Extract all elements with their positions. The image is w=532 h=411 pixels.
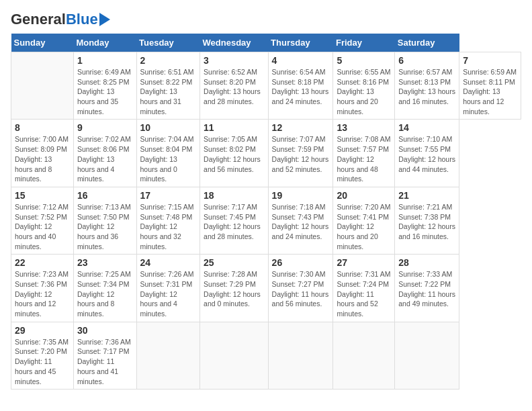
day-cell: 5 Sunrise: 6:55 AM Sunset: 8:16 PM Dayli… [333,52,395,120]
calendar-table: SundayMondayTuesdayWednesdayThursdayFrid… [11,34,521,390]
day-cell: 27 Sunrise: 7:31 AM Sunset: 7:24 PM Dayl… [333,255,395,322]
day-number: 20 [337,190,391,201]
day-info: Sunrise: 7:35 AM Sunset: 7:20 PM Dayligh… [15,337,70,386]
day-cell: 14 Sunrise: 7:10 AM Sunset: 7:55 PM Dayl… [395,120,459,187]
logo-arrow [99,13,110,26]
day-cell: 9 Sunrise: 7:02 AM Sunset: 8:06 PM Dayli… [73,120,136,187]
day-cell: 17 Sunrise: 7:15 AM Sunset: 7:48 PM Dayl… [136,187,200,254]
day-number: 13 [337,122,391,133]
day-info: Sunrise: 7:02 AM Sunset: 8:06 PM Dayligh… [77,134,133,183]
day-number: 24 [140,257,197,268]
day-info: Sunrise: 7:33 AM Sunset: 7:22 PM Dayligh… [398,269,455,309]
day-info: Sunrise: 7:25 AM Sunset: 7:34 PM Dayligh… [77,269,133,318]
day-number: 17 [140,190,197,201]
day-cell: 26 Sunrise: 7:30 AM Sunset: 7:27 PM Dayl… [268,255,333,322]
day-info: Sunrise: 6:51 AM Sunset: 8:22 PM Dayligh… [140,67,197,116]
day-number: 15 [15,190,70,201]
empty-day-cell [333,322,395,389]
day-number: 16 [77,190,133,201]
day-number: 6 [398,55,455,66]
day-info: Sunrise: 7:07 AM Sunset: 7:59 PM Dayligh… [272,134,330,174]
logo-blue: Blue [66,11,98,28]
day-info: Sunrise: 7:17 AM Sunset: 7:45 PM Dayligh… [204,202,265,242]
day-cell: 7 Sunrise: 6:59 AM Sunset: 8:11 PM Dayli… [459,52,521,120]
day-cell: 15 Sunrise: 7:12 AM Sunset: 7:52 PM Dayl… [11,187,74,254]
day-info: Sunrise: 7:21 AM Sunset: 7:38 PM Dayligh… [398,202,455,242]
day-header: Tuesday [136,34,200,52]
day-info: Sunrise: 6:49 AM Sunset: 8:25 PM Dayligh… [77,67,133,116]
day-number: 4 [272,55,330,66]
day-cell: 1 Sunrise: 6:49 AM Sunset: 8:25 PM Dayli… [73,52,136,120]
day-info: Sunrise: 6:52 AM Sunset: 8:20 PM Dayligh… [204,67,265,107]
day-number: 1 [77,55,133,66]
day-info: Sunrise: 7:26 AM Sunset: 7:31 PM Dayligh… [140,269,197,318]
day-cell: 13 Sunrise: 7:08 AM Sunset: 7:57 PM Dayl… [333,120,395,187]
day-number: 26 [272,257,330,268]
empty-day-cell [11,52,74,120]
empty-day-cell [136,322,200,389]
day-number: 11 [204,122,265,133]
day-info: Sunrise: 7:18 AM Sunset: 7:43 PM Dayligh… [272,202,330,242]
day-number: 27 [337,257,391,268]
day-cell: 29 Sunrise: 7:35 AM Sunset: 7:20 PM Dayl… [11,322,74,389]
day-cell: 23 Sunrise: 7:25 AM Sunset: 7:34 PM Dayl… [73,255,136,322]
day-cell: 12 Sunrise: 7:07 AM Sunset: 7:59 PM Dayl… [268,120,333,187]
day-cell: 3 Sunrise: 6:52 AM Sunset: 8:20 PM Dayli… [200,52,269,120]
day-number: 23 [77,257,133,268]
day-header: Saturday [395,34,459,52]
day-cell: 19 Sunrise: 7:18 AM Sunset: 7:43 PM Dayl… [268,187,333,254]
day-cell: 8 Sunrise: 7:00 AM Sunset: 8:09 PM Dayli… [11,120,74,187]
day-info: Sunrise: 7:23 AM Sunset: 7:36 PM Dayligh… [15,269,70,318]
day-number: 19 [272,190,330,201]
day-number: 21 [398,190,455,201]
day-cell: 18 Sunrise: 7:17 AM Sunset: 7:45 PM Dayl… [200,187,269,254]
day-cell: 10 Sunrise: 7:04 AM Sunset: 8:04 PM Dayl… [136,120,200,187]
day-cell: 16 Sunrise: 7:13 AM Sunset: 7:50 PM Dayl… [73,187,136,254]
day-info: Sunrise: 7:05 AM Sunset: 8:02 PM Dayligh… [204,134,265,174]
empty-day-cell [200,322,269,389]
day-number: 30 [77,325,133,336]
day-number: 25 [204,257,265,268]
day-info: Sunrise: 7:04 AM Sunset: 8:04 PM Dayligh… [140,134,197,183]
day-info: Sunrise: 7:20 AM Sunset: 7:41 PM Dayligh… [337,202,391,251]
day-cell: 25 Sunrise: 7:28 AM Sunset: 7:29 PM Dayl… [200,255,269,322]
day-cell: 28 Sunrise: 7:33 AM Sunset: 7:22 PM Dayl… [395,255,459,322]
day-info: Sunrise: 7:28 AM Sunset: 7:29 PM Dayligh… [204,269,265,309]
day-info: Sunrise: 6:54 AM Sunset: 8:18 PM Dayligh… [272,67,330,107]
day-cell: 20 Sunrise: 7:20 AM Sunset: 7:41 PM Dayl… [333,187,395,254]
day-cell: 22 Sunrise: 7:23 AM Sunset: 7:36 PM Dayl… [11,255,74,322]
day-number: 2 [140,55,197,66]
day-number: 14 [398,122,455,133]
day-number: 22 [15,257,70,268]
day-cell: 6 Sunrise: 6:57 AM Sunset: 8:13 PM Dayli… [395,52,459,120]
day-header: Sunday [11,34,74,52]
day-number: 9 [77,122,133,133]
day-number: 28 [398,257,455,268]
day-cell: 11 Sunrise: 7:05 AM Sunset: 8:02 PM Dayl… [200,120,269,187]
day-cell: 21 Sunrise: 7:21 AM Sunset: 7:38 PM Dayl… [395,187,459,254]
day-number: 10 [140,122,197,133]
day-header: Wednesday [200,34,269,52]
day-info: Sunrise: 7:36 AM Sunset: 7:17 PM Dayligh… [77,337,133,386]
logo-general: General [11,11,66,28]
day-number: 7 [463,55,517,66]
logo: General Blue [11,11,110,28]
day-info: Sunrise: 6:55 AM Sunset: 8:16 PM Dayligh… [337,67,391,116]
day-header: Friday [333,34,395,52]
day-info: Sunrise: 7:15 AM Sunset: 7:48 PM Dayligh… [140,202,197,251]
day-number: 18 [204,190,265,201]
day-number: 3 [204,55,265,66]
day-info: Sunrise: 7:08 AM Sunset: 7:57 PM Dayligh… [337,134,391,183]
day-info: Sunrise: 7:30 AM Sunset: 7:27 PM Dayligh… [272,269,330,309]
day-cell: 24 Sunrise: 7:26 AM Sunset: 7:31 PM Dayl… [136,255,200,322]
day-header: Thursday [268,34,333,52]
day-cell: 30 Sunrise: 7:36 AM Sunset: 7:17 PM Dayl… [73,322,136,389]
day-number: 12 [272,122,330,133]
day-info: Sunrise: 6:57 AM Sunset: 8:13 PM Dayligh… [398,67,455,107]
day-info: Sunrise: 6:59 AM Sunset: 8:11 PM Dayligh… [463,67,517,116]
day-cell: 4 Sunrise: 6:54 AM Sunset: 8:18 PM Dayli… [268,52,333,120]
day-info: Sunrise: 7:13 AM Sunset: 7:50 PM Dayligh… [77,202,133,251]
empty-day-cell [268,322,333,389]
day-info: Sunrise: 7:12 AM Sunset: 7:52 PM Dayligh… [15,202,70,251]
day-info: Sunrise: 7:10 AM Sunset: 7:55 PM Dayligh… [398,134,455,174]
